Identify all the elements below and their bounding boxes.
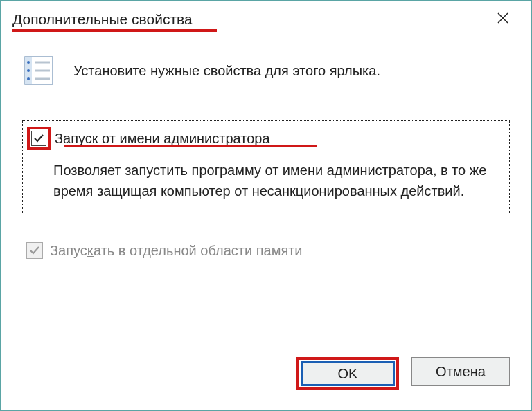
check-icon xyxy=(28,244,41,257)
check-icon xyxy=(33,132,45,145)
header-row: Установите нужные свойства для этого ярл… xyxy=(22,54,510,87)
window-title: Дополнительные свойства xyxy=(12,11,193,28)
svg-point-3 xyxy=(27,69,30,72)
separate-memory-label: Запускать в отдельной области памяти xyxy=(50,243,303,259)
separate-memory-checkbox xyxy=(26,242,43,259)
properties-icon xyxy=(22,54,55,87)
ok-button[interactable]: OK xyxy=(301,361,395,386)
content-area: Установите нужные свойства для этого ярл… xyxy=(1,33,531,259)
admin-label-highlight xyxy=(64,145,317,147)
button-row: OK Отмена xyxy=(296,357,510,390)
svg-point-4 xyxy=(27,77,30,80)
dialog-window: Дополнительные свойства Установите нужны… xyxy=(0,0,532,411)
close-icon xyxy=(496,11,510,25)
title-highlight xyxy=(12,29,217,32)
close-button[interactable] xyxy=(489,8,517,30)
admin-option-group: Запуск от имени администратора Позволяет… xyxy=(22,120,510,214)
admin-checkbox-highlight xyxy=(27,127,51,150)
cancel-button[interactable]: Отмена xyxy=(411,357,510,386)
separate-memory-row: Запускать в отдельной области памяти xyxy=(26,242,510,259)
instruction-text: Установите нужные свойства для этого ярл… xyxy=(73,63,380,79)
run-as-admin-description: Позволяет запустить программу от имени а… xyxy=(53,160,499,201)
svg-point-2 xyxy=(27,61,30,64)
ok-button-highlight: OK xyxy=(296,357,399,390)
run-as-admin-checkbox[interactable] xyxy=(31,131,46,146)
